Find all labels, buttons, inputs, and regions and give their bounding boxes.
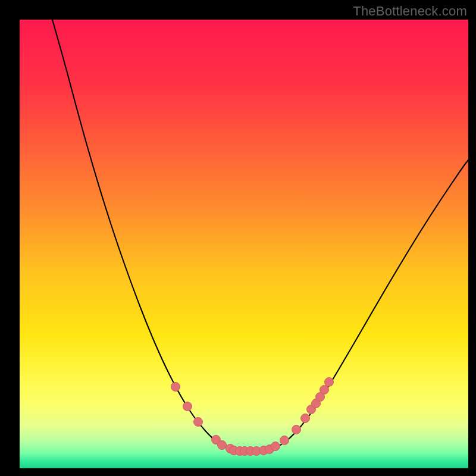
data-marker [320, 386, 329, 394]
bottleneck-chart [20, 20, 468, 468]
chart-frame: TheBottleneck.com [0, 0, 476, 476]
data-marker [171, 383, 180, 392]
data-marker [301, 414, 310, 423]
data-marker [271, 442, 280, 451]
data-marker [325, 378, 334, 387]
data-marker [280, 436, 289, 445]
data-marker [183, 402, 192, 411]
data-marker [218, 441, 227, 450]
watermark-text: TheBottleneck.com [353, 4, 467, 19]
chart-background [20, 20, 468, 468]
data-marker [292, 425, 301, 434]
data-marker [194, 418, 203, 427]
plot-area [20, 20, 468, 468]
